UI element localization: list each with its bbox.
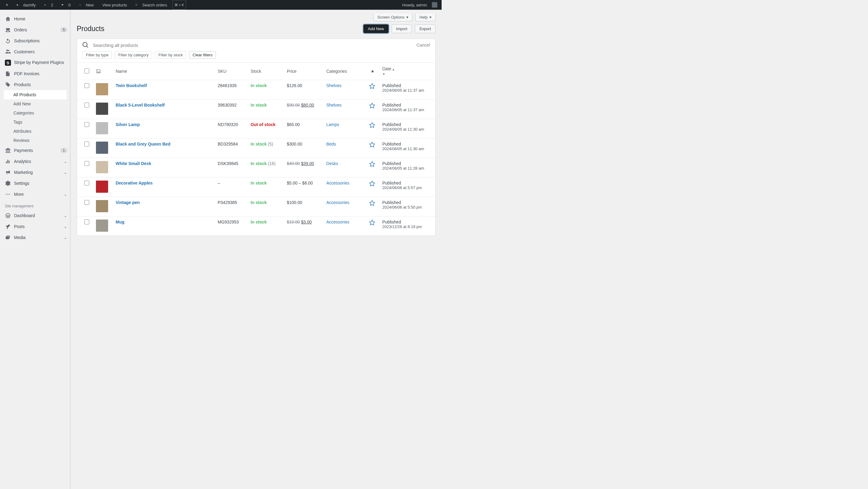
site-link[interactable]: dashify bbox=[13, 0, 39, 10]
sidebar-item-dashboard[interactable]: Dashboard⌄ bbox=[0, 210, 70, 221]
product-thumb[interactable] bbox=[96, 161, 108, 173]
col-stock[interactable]: Stock bbox=[248, 63, 284, 80]
help-button[interactable]: Help▾ bbox=[415, 13, 436, 21]
add-new-button[interactable]: Add New bbox=[363, 24, 389, 33]
featured-star[interactable] bbox=[369, 200, 376, 206]
sidebar-item-settings[interactable]: Settings bbox=[0, 178, 70, 189]
product-name-link[interactable]: Twin Bookshelf bbox=[116, 83, 147, 88]
featured-star[interactable] bbox=[369, 141, 376, 148]
col-sku[interactable]: SKU bbox=[215, 63, 248, 80]
row-checkbox[interactable] bbox=[84, 83, 89, 88]
sidebar-item-posts[interactable]: Posts⌄ bbox=[0, 221, 70, 232]
sidebar-item-products[interactable]: Products bbox=[0, 79, 70, 90]
featured-star[interactable] bbox=[369, 220, 376, 226]
sidebar-label: Products bbox=[14, 82, 67, 87]
sidebar-sub-reviews[interactable]: Reviews bbox=[4, 136, 67, 145]
sidebar-sub-categories[interactable]: Categories bbox=[4, 108, 67, 118]
home-icon bbox=[5, 16, 11, 22]
product-name-link[interactable]: Black and Grey Queen Bed bbox=[116, 141, 170, 146]
category-link[interactable]: Shelves bbox=[326, 103, 341, 107]
filter-by-stock[interactable]: Filter by stock bbox=[155, 51, 186, 59]
featured-star[interactable] bbox=[369, 122, 376, 128]
sidebar-label: Media bbox=[14, 235, 61, 240]
col-name[interactable]: Name bbox=[113, 63, 215, 80]
search-orders[interactable]: Search orders ⌘ + K bbox=[132, 0, 188, 10]
clear-filters[interactable]: Clear filters bbox=[189, 51, 216, 59]
search-input[interactable] bbox=[93, 43, 412, 48]
category-link[interactable]: Desks bbox=[326, 161, 338, 166]
featured-star[interactable] bbox=[369, 103, 376, 109]
row-checkbox[interactable] bbox=[84, 103, 89, 107]
screen-options-button[interactable]: Screen Options▾ bbox=[373, 13, 413, 21]
sidebar-item-pdf[interactable]: PDF Invoices bbox=[0, 68, 70, 79]
sidebar-item-marketing[interactable]: Marketing⌄ bbox=[0, 167, 70, 178]
comments-link[interactable]: 0 bbox=[58, 0, 74, 10]
row-checkbox[interactable] bbox=[84, 181, 89, 186]
sidebar-item-analytics[interactable]: Analytics⌄ bbox=[0, 156, 70, 167]
product-thumb[interactable] bbox=[96, 200, 108, 212]
howdy-link[interactable]: Howdy, admin bbox=[399, 0, 439, 10]
product-thumb[interactable] bbox=[96, 122, 108, 134]
product-name-link[interactable]: Black 5-Level Bookshelf bbox=[116, 103, 165, 107]
sidebar-item-subscriptions[interactable]: Subscriptions bbox=[0, 35, 70, 46]
sidebar-item-stripe[interactable]: SStripe by Payment Plugins bbox=[0, 57, 70, 68]
cancel-link[interactable]: Cancel bbox=[416, 43, 430, 47]
product-thumb[interactable] bbox=[96, 181, 108, 193]
col-price[interactable]: Price bbox=[284, 63, 323, 80]
filter-by-type[interactable]: Filter by type bbox=[83, 51, 112, 59]
sidebar-item-media[interactable]: Media⌄ bbox=[0, 232, 70, 243]
product-price: $126.00 bbox=[284, 80, 323, 100]
published-label: Published bbox=[382, 161, 432, 166]
featured-star[interactable] bbox=[369, 161, 376, 167]
sidebar-item-home[interactable]: Home bbox=[0, 13, 70, 24]
sidebar-item-orders[interactable]: Orders5 bbox=[0, 24, 70, 35]
product-name-link[interactable]: Silver Lamp bbox=[116, 122, 140, 127]
row-checkbox[interactable] bbox=[84, 161, 89, 166]
sidebar-sub-attributes[interactable]: Attributes bbox=[4, 127, 67, 136]
export-button[interactable]: Export bbox=[415, 24, 436, 33]
featured-star[interactable] bbox=[369, 181, 376, 187]
published-label: Published bbox=[382, 200, 432, 205]
new-link[interactable]: New bbox=[75, 0, 97, 10]
product-thumb[interactable] bbox=[96, 220, 108, 232]
import-button[interactable]: Import bbox=[392, 24, 412, 33]
select-all-checkbox[interactable] bbox=[84, 68, 89, 73]
product-name-link[interactable]: Decorative Apples bbox=[116, 181, 153, 186]
category-link[interactable]: Beds bbox=[326, 141, 336, 146]
sidebar-item-payments[interactable]: Payments1 bbox=[0, 145, 70, 156]
product-name-link[interactable]: White Small Desk bbox=[116, 161, 151, 166]
product-sku: MG932953 bbox=[215, 217, 248, 236]
col-categories[interactable]: Categories bbox=[323, 63, 366, 80]
product-thumb[interactable] bbox=[96, 141, 108, 154]
row-checkbox[interactable] bbox=[84, 141, 89, 146]
sidebar-label: Payments bbox=[14, 148, 57, 153]
sidebar-sub-all[interactable]: All Products bbox=[4, 90, 67, 99]
sidebar-sub-add[interactable]: Add New bbox=[4, 99, 67, 108]
category-link[interactable]: Accessories bbox=[326, 200, 349, 205]
product-thumb[interactable] bbox=[96, 103, 108, 115]
category-link[interactable]: Shelves bbox=[326, 83, 341, 88]
filter-by-category[interactable]: Filter by category bbox=[115, 51, 152, 59]
table-row: Vintage pen P3429385 In stock $100.00 Ac… bbox=[77, 197, 435, 217]
sidebar-item-customers[interactable]: Customers bbox=[0, 46, 70, 57]
row-checkbox[interactable] bbox=[84, 200, 89, 205]
row-checkbox[interactable] bbox=[84, 122, 89, 127]
col-date[interactable]: Date▲▼ bbox=[379, 63, 435, 80]
sidebar-label: Customers bbox=[14, 49, 67, 54]
tag-icon bbox=[5, 82, 11, 88]
row-checkbox[interactable] bbox=[84, 220, 89, 224]
wordpress-logo[interactable] bbox=[2, 0, 11, 10]
category-link[interactable]: Accessories bbox=[326, 220, 349, 224]
featured-star[interactable] bbox=[369, 83, 376, 89]
product-name-link[interactable]: Mug bbox=[116, 220, 125, 224]
category-link[interactable]: Lamps bbox=[326, 122, 339, 127]
sync-link[interactable]: 2 bbox=[40, 0, 57, 10]
sidebar-item-more[interactable]: More⌄ bbox=[0, 189, 70, 200]
stock-status: In stock bbox=[251, 141, 267, 146]
product-thumb[interactable] bbox=[96, 83, 108, 95]
product-name-link[interactable]: Vintage pen bbox=[116, 200, 140, 205]
category-link[interactable]: Accessories bbox=[326, 181, 349, 186]
col-featured[interactable]: ★ bbox=[366, 63, 379, 80]
view-products-link[interactable]: View products bbox=[99, 0, 131, 10]
sidebar-sub-tags[interactable]: Tags bbox=[4, 118, 67, 127]
